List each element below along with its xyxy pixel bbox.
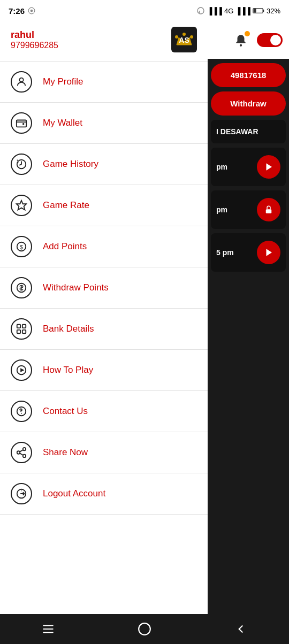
status-bar: 7:26 ▐▐▐ 4G ▐▐▐ 32%: [0, 0, 289, 21]
right-button-1[interactable]: 49817618: [211, 63, 286, 87]
right-section-2: pm: [211, 148, 286, 186]
svg-text:$: $: [20, 244, 23, 250]
svg-rect-18: [17, 120, 26, 127]
history-icon: [16, 158, 27, 170]
svg-point-7: [240, 44, 242, 47]
svg-rect-26: [17, 330, 20, 333]
notification-badge: [245, 31, 250, 36]
time-label-3: 5 pm: [216, 248, 234, 257]
svg-line-35: [20, 450, 23, 452]
svg-point-15: [182, 33, 186, 36]
status-right-info: ▐▐▐ 4G ▐▐▐ 32%: [196, 6, 280, 15]
menu-item-game-rate[interactable]: Game Rate: [0, 185, 208, 226]
nav-home-button[interactable]: [128, 618, 161, 640]
bank-details-label: Bank Details: [43, 324, 94, 334]
lock-button[interactable]: [257, 198, 280, 221]
svg-point-32: [17, 451, 20, 454]
menu-item-game-history[interactable]: Game History: [0, 144, 208, 185]
my-profile-label: My Profile: [43, 76, 83, 87]
my-profile-icon-wrap: [11, 71, 32, 93]
logout-icon-wrap: [11, 483, 32, 504]
svg-point-17: [19, 78, 23, 82]
signal-icon: [28, 7, 35, 14]
logout-icon: [16, 488, 27, 500]
svg-point-40: [139, 623, 150, 635]
toggle-knob: [270, 35, 281, 45]
status-time: 7:26: [9, 6, 35, 16]
notification-bell[interactable]: [230, 29, 252, 51]
share-now-label: Share Now: [43, 447, 88, 458]
battery-icon: [253, 7, 264, 14]
menu-item-contact-us[interactable]: Contact Us: [0, 391, 208, 432]
svg-point-1: [31, 10, 33, 12]
person-icon: [16, 76, 27, 88]
menu-list: My Profile My Wallet Game: [0, 62, 208, 644]
toggle-switch[interactable]: [257, 33, 283, 47]
share-now-icon-wrap: [11, 442, 32, 463]
right-button-2[interactable]: Withdraw: [211, 91, 286, 116]
svg-rect-27: [22, 330, 26, 333]
coin-icon: [16, 282, 27, 294]
nav-menu-button[interactable]: [32, 618, 64, 640]
grid-icon: [16, 323, 27, 335]
navigation-drawer: rahul 9799696285 AS My Profile: [0, 0, 208, 644]
svg-marker-8: [267, 163, 272, 171]
svg-rect-25: [22, 325, 26, 328]
menu-item-add-points[interactable]: $ Add Points: [0, 226, 208, 267]
my-wallet-icon-wrap: [11, 112, 32, 134]
svg-rect-9: [266, 209, 272, 213]
phone-label: 9799696285: [11, 41, 58, 50]
menu-item-withdraw-points[interactable]: Withdraw Points: [0, 267, 208, 309]
play-button-1[interactable]: [257, 155, 280, 179]
hamburger-icon: [41, 622, 55, 636]
menu-item-logout[interactable]: Logout Account: [0, 473, 208, 515]
svg-point-2: [197, 7, 204, 14]
svg-rect-6: [253, 9, 256, 12]
nav-back-button[interactable]: [225, 618, 257, 640]
play-icon-2: [264, 248, 273, 257]
withdraw-points-icon-wrap: [11, 277, 32, 298]
right-btn-2-label: Withdraw: [230, 99, 266, 108]
game-history-label: Game History: [43, 159, 98, 170]
add-points-icon-wrap: $: [11, 236, 32, 257]
section-label-1: I DESAWAR: [216, 127, 258, 136]
phone-circle-icon: [16, 405, 27, 417]
menu-item-my-profile[interactable]: My Profile: [0, 62, 208, 103]
how-to-play-label: How To Play: [43, 365, 93, 375]
svg-point-33: [23, 455, 26, 458]
svg-line-34: [20, 453, 23, 455]
star-icon: [16, 200, 27, 211]
user-info: rahul 9799696285: [11, 29, 58, 50]
bank-details-icon-wrap: [11, 318, 32, 340]
signal-bars-2: ▐▐▐: [235, 7, 250, 15]
right-section-1: I DESAWAR: [211, 120, 286, 143]
game-rate-icon-wrap: [11, 195, 32, 216]
right-section-4: 5 pm: [211, 233, 286, 272]
menu-item-share-now[interactable]: Share Now: [0, 432, 208, 473]
time-display: 7:26: [9, 6, 25, 16]
time-label-1: pm: [216, 163, 227, 171]
contact-us-label: Contact Us: [43, 406, 88, 417]
withdraw-points-label: Withdraw Points: [43, 282, 109, 293]
svg-point-14: [175, 35, 178, 39]
network-type: 4G: [224, 7, 233, 15]
svg-marker-29: [20, 368, 24, 372]
menu-item-how-to-play[interactable]: How To Play: [0, 350, 208, 391]
svg-rect-5: [263, 10, 264, 12]
wifi-icon: [196, 6, 205, 15]
svg-rect-37: [43, 625, 54, 626]
game-rate-label: Game Rate: [43, 200, 89, 211]
play-circle-icon: [16, 364, 27, 376]
svg-rect-39: [43, 632, 54, 633]
dollar-circle-icon: $: [16, 241, 27, 252]
contact-us-icon-wrap: [11, 401, 32, 422]
svg-marker-10: [267, 249, 272, 256]
how-to-play-icon-wrap: [11, 359, 32, 381]
menu-item-my-wallet[interactable]: My Wallet: [0, 103, 208, 144]
menu-item-bank-details[interactable]: Bank Details: [0, 309, 208, 350]
battery-percent: 32%: [267, 7, 280, 15]
play-button-2[interactable]: [257, 241, 280, 264]
add-points-label: Add Points: [43, 241, 87, 252]
lock-icon: [264, 205, 273, 214]
right-section-3: pm: [211, 190, 286, 229]
